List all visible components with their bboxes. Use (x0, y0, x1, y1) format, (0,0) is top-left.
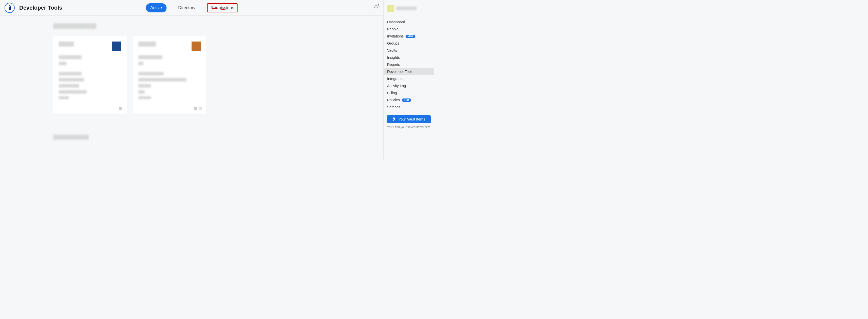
card-color-swatch (112, 41, 121, 51)
new-badge: NEW (402, 98, 411, 102)
redacted-text (138, 72, 164, 75)
redacted-text (138, 78, 186, 82)
sidebar-item-settings[interactable]: Settings (383, 103, 434, 110)
sidebar-item-label: Insights (387, 56, 400, 60)
redacted-text (138, 62, 144, 65)
your-vault-items-button[interactable]: Your Vault Items (386, 115, 431, 123)
redacted-text (59, 90, 87, 94)
sidebar-item-policies[interactable]: Policies NEW (383, 96, 434, 103)
tab-active[interactable]: Active (146, 3, 166, 12)
redacted-text (138, 55, 162, 59)
redacted-text (138, 96, 151, 99)
redacted-text (138, 84, 151, 88)
footer-dot (198, 107, 202, 110)
vault-button-label: Your Vault Items (399, 117, 425, 121)
footer-dot (194, 107, 197, 110)
key-icon (393, 117, 397, 121)
sidebar-item-dashboard[interactable]: Dashboard (383, 19, 434, 26)
new-badge: NEW (406, 35, 415, 38)
sidebar-item-label: Billing (387, 91, 397, 95)
card-title-redacted (138, 41, 156, 46)
token-card[interactable] (53, 36, 127, 115)
token-card[interactable] (133, 36, 206, 115)
avatar (387, 5, 394, 12)
card-grid (53, 36, 383, 115)
sidebar-item-label: Reports (387, 63, 400, 67)
sidebar-item-label: Activity Log (387, 84, 406, 88)
sidebar-item-label: Groups (387, 41, 399, 45)
sidebar-item-invitations[interactable]: Invitations NEW (383, 33, 434, 40)
redacted-text (59, 96, 69, 99)
section-title-redacted (53, 23, 96, 29)
sidebar-item-label: Developer Tools (387, 70, 413, 74)
redacted-text (59, 72, 82, 75)
section-title-redacted (53, 135, 89, 140)
page-title: Developer Tools (19, 5, 62, 11)
tab-permissions[interactable]: Permissions (207, 3, 238, 12)
app-logo-icon (5, 3, 15, 13)
notification-count-badge: 0 (377, 4, 380, 7)
sidebar-item-label: Dashboard (387, 20, 405, 24)
sidebar-nav: Dashboard People Invitations NEW Groups … (383, 16, 434, 113)
sidebar-item-integrations[interactable]: Integrations (383, 75, 434, 82)
card-color-swatch (191, 41, 201, 51)
redacted-text (59, 62, 66, 65)
footer-dot (119, 107, 122, 110)
card-title-redacted (59, 41, 74, 46)
redacted-text (59, 55, 82, 59)
chevron-right-icon: › (429, 7, 430, 10)
sidebar-item-groups[interactable]: Groups (383, 40, 434, 47)
notifications-button[interactable]: 0 (373, 5, 379, 11)
top-bar: Developer Tools Active Directory Permiss… (0, 0, 383, 16)
vault-hint-text: You'll find your saved items here (383, 124, 434, 130)
sidebar-item-label: Invitations (387, 34, 404, 38)
sidebar: › Dashboard People Invitations NEW Group… (383, 0, 434, 160)
tab-group: Active Directory Permissions (146, 3, 238, 12)
tab-directory[interactable]: Directory (174, 3, 200, 12)
card-footer (119, 107, 122, 110)
sidebar-item-developer-tools[interactable]: Developer Tools (383, 68, 434, 75)
content-area (0, 16, 383, 160)
redacted-text (138, 90, 145, 94)
sidebar-item-vaults[interactable]: Vaults (383, 47, 434, 54)
sidebar-item-label: Policies (387, 98, 400, 102)
user-name-redacted (396, 7, 416, 10)
sidebar-item-label: Vaults (387, 49, 397, 53)
sidebar-item-billing[interactable]: Billing (383, 89, 434, 96)
sidebar-item-insights[interactable]: Insights (383, 54, 434, 61)
card-footer (194, 107, 202, 110)
sidebar-item-label: Integrations (387, 77, 406, 81)
sidebar-item-reports[interactable]: Reports (383, 61, 434, 68)
sidebar-item-label: People (387, 27, 399, 31)
sidebar-item-activity-log[interactable]: Activity Log (383, 82, 434, 89)
sidebar-item-label: Settings (387, 105, 400, 109)
account-menu[interactable]: › (383, 4, 434, 16)
redacted-text (59, 84, 79, 88)
sidebar-item-people[interactable]: People (383, 26, 434, 33)
redacted-text (59, 78, 84, 82)
